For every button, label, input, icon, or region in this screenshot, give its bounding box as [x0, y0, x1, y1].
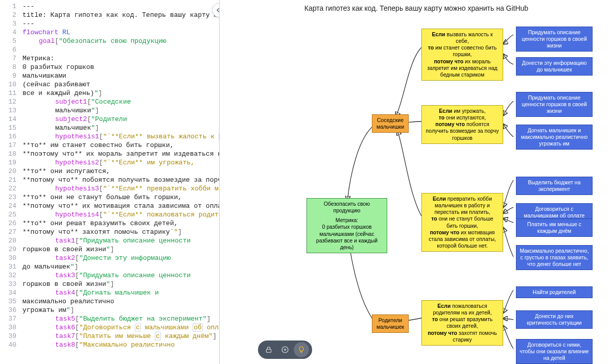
subject-node-2[interactable]: Родители мальчишек	[372, 314, 409, 333]
hypothesis-node-4[interactable]: Если пожаловаться родителям на их детей,…	[421, 300, 503, 346]
goal-metric: 0 разбитых горшков мальчишками (сейчас р…	[310, 224, 384, 251]
preview-toolbar	[258, 341, 312, 359]
task-node-2[interactable]: Донести эту информацию до мальчишек	[516, 57, 593, 76]
task-node-10[interactable]: Донести до них критичность ситуации	[516, 310, 593, 329]
task-node-3[interactable]: Придумать описание ценности горшков в св…	[516, 92, 593, 117]
lock-button[interactable]	[261, 342, 276, 357]
goal-node[interactable]: Обезопасить свою продукцию Метрика: 0 ра…	[306, 198, 387, 253]
lock-icon	[265, 346, 273, 354]
task-node-5[interactable]: Выделить бюджет на эксперимент	[516, 177, 593, 195]
svg-rect-0	[266, 349, 271, 352]
goal-title: Обезопасить свою продукцию	[310, 201, 384, 214]
hypothesis-node-3[interactable]: Если превратить хобби мальчишек в работу…	[421, 193, 503, 252]
task-node-4[interactable]: Догнать мальчишек и максимально реалисти…	[516, 125, 593, 150]
lightbulb-icon	[297, 346, 305, 354]
task-node-11[interactable]: Договориться с ними, чтобы они оказали в…	[516, 339, 593, 364]
diagram-preview[interactable]: Карта гипотез как код. Теперь вашу карту…	[220, 0, 613, 364]
task-node-9[interactable]: Найти родителей	[516, 286, 593, 298]
preview-title: Карта гипотез как код. Теперь вашу карту…	[220, 0, 613, 12]
idea-button[interactable]	[294, 342, 309, 357]
subject-node-1[interactable]: Соседские мальчишки	[372, 114, 409, 133]
hypothesis-node-1[interactable]: Если вызвать жалость к себе,то им станет…	[421, 29, 503, 81]
goal-metric-label: Метрика:	[310, 217, 384, 224]
task-node-7[interactable]: Платить им меньше с каждым днём	[516, 219, 593, 237]
line-number-gutter: 1234567891011121314151617181920212223242…	[0, 0, 19, 364]
code-editor[interactable]: 1234567891011121314151617181920212223242…	[0, 0, 220, 364]
add-button[interactable]	[277, 342, 293, 357]
task-node-8[interactable]: Максимально реалистично, с грустью в гла…	[516, 245, 593, 270]
task-node-1[interactable]: Придумать описание ценности горшков в св…	[516, 27, 593, 52]
hypothesis-node-2[interactable]: Если им угрожать,то они испугаются,потом…	[421, 105, 503, 144]
plus-circle-icon	[281, 346, 289, 354]
chevron-left-double-icon	[215, 6, 220, 14]
code-area[interactable]: ---title: Карта гипотез как код. Теперь …	[19, 0, 219, 364]
